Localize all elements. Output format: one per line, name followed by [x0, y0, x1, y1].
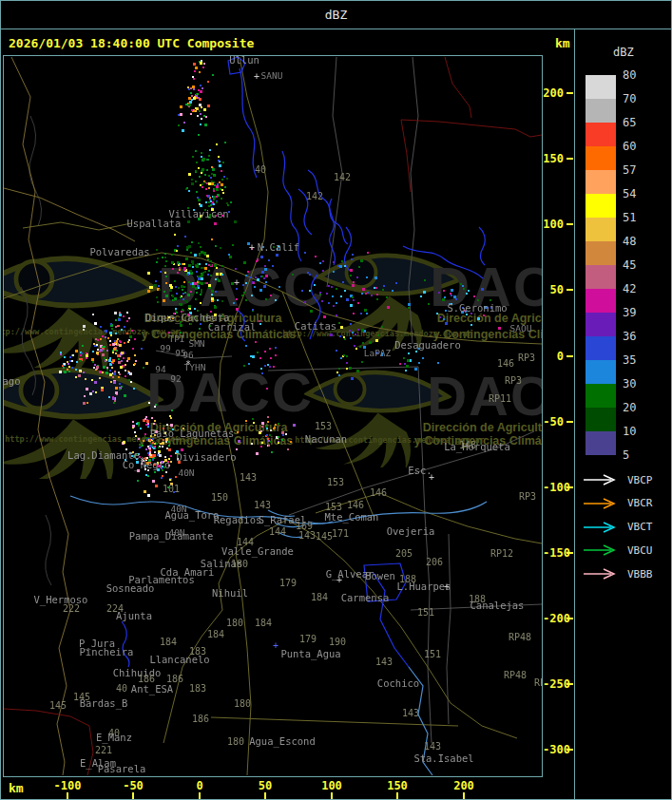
map-label: RP48	[504, 670, 527, 680]
map-label: 99	[160, 343, 170, 353]
x-axis-label: 200	[443, 779, 485, 792]
map-label: Paso_Lagunetas	[150, 428, 235, 439]
map-label: 206	[426, 557, 443, 567]
y-axis-tick	[566, 355, 573, 357]
legend-arrow-row: VBCT	[583, 521, 653, 534]
map-marker: +	[273, 640, 278, 651]
vector-arrow-label: VBBB	[627, 568, 653, 581]
legend-arrow-row: VBBB	[583, 567, 653, 581]
map-label: 143	[240, 472, 257, 483]
y-axis-tick	[566, 749, 573, 751]
map-label: Sosneado	[106, 582, 155, 594]
map-marker: +	[444, 581, 450, 592]
map-label: 146	[370, 487, 387, 498]
scale-block	[586, 123, 616, 146]
x-axis-tick	[199, 792, 201, 799]
map-label: Ant_ESA	[131, 683, 173, 695]
scale-block	[586, 336, 616, 360]
y-axis-tick	[566, 289, 573, 291]
scale-label: 42	[623, 282, 636, 295]
scale-block	[586, 75, 616, 99]
scale-label: 20	[623, 401, 636, 414]
map-label: 144	[269, 526, 286, 537]
map-label: 143	[424, 741, 441, 752]
map-label: Pasarela	[98, 763, 146, 774]
map-label: La_Horqueta	[444, 441, 510, 452]
map-label: 153	[325, 502, 342, 512]
vector-arrow-label: VBCU	[627, 544, 653, 557]
map-label: Ajunta	[116, 610, 152, 621]
map-label: 151	[424, 649, 441, 659]
map-label: RP12	[490, 548, 513, 559]
map-label: 143	[375, 657, 393, 667]
scale-block	[586, 218, 616, 241]
map-label: Nacunan	[305, 433, 347, 445]
map-label: 142	[334, 172, 351, 182]
map-label: Catitas	[295, 320, 336, 332]
scale-label: 35	[623, 353, 636, 367]
x-axis-label: 150	[376, 779, 418, 792]
map-label: 184	[207, 629, 224, 639]
map-label: 153	[327, 477, 344, 487]
map-label: RP3	[505, 375, 522, 386]
scale-block	[586, 241, 616, 265]
map-marker: +	[429, 472, 434, 483]
map-label: Ovejeria	[387, 525, 435, 537]
scale-label: 80	[623, 68, 636, 82]
map-label: Valle_Grande	[221, 545, 294, 557]
map-label: Ullun	[229, 55, 259, 66]
map-label: 184	[311, 592, 328, 602]
scale-block	[586, 146, 616, 170]
map-label: 146	[497, 358, 514, 369]
map-label: 143	[254, 500, 271, 510]
map-label: RP3	[519, 491, 536, 502]
map-label: Canalejas	[470, 600, 525, 611]
map-label: 94	[155, 364, 165, 374]
map-label: L.Huarpes	[397, 581, 451, 592]
x-axis-label: 100	[311, 779, 353, 792]
map-label: Polvaredas	[89, 246, 149, 257]
scale-label: 30	[623, 377, 636, 390]
y-axis-label: 150	[543, 152, 564, 165]
map-label: TPI	[168, 333, 184, 344]
map-label: LaPAZ	[364, 348, 392, 358]
map-label: 150	[211, 492, 228, 503]
map-label: 101	[163, 484, 180, 494]
scale-label: 57	[623, 163, 636, 177]
map-label: Agua_Escond	[249, 735, 316, 747]
y-axis-tick	[566, 486, 573, 488]
map-label: 146	[347, 500, 364, 510]
y-axis-label: -150	[543, 546, 564, 560]
y-axis-tick	[566, 618, 573, 619]
radar-app-window: dBZ 2026/01/03 18:40:00 UTC Composite km…	[0, 0, 672, 800]
vector-arrow-label: VBCR	[627, 497, 653, 509]
legend-arrow-row: VBCU	[583, 543, 653, 557]
scale-label: 10	[623, 425, 636, 438]
map-marker: +	[234, 277, 240, 288]
legend-panel: dBZ 807065605754514845423936353020105 VB…	[575, 29, 671, 799]
scale-block	[586, 265, 616, 289]
map-label: 142	[306, 191, 323, 201]
map-label: Punta_Agua	[280, 648, 340, 659]
x-axis-tick	[396, 792, 398, 799]
x-axis-tick	[463, 792, 465, 799]
legend-arrow-row: VBCR	[583, 497, 653, 510]
scale-label: 60	[623, 140, 636, 153]
map-label: S.Geronimo	[447, 302, 507, 314]
map-marker: +	[254, 71, 259, 82]
map-label: 186	[192, 714, 209, 724]
map-label: Uspallata	[127, 218, 182, 229]
map-label: 92	[170, 373, 181, 384]
map-label: 171	[332, 528, 349, 539]
map-marker: +	[336, 575, 342, 585]
map-label: 180	[226, 618, 243, 628]
x-axis-unit: km	[9, 781, 24, 795]
map-label: Regadios	[214, 514, 262, 525]
map-label: Divisadero	[176, 451, 236, 463]
scale-label: 45	[623, 258, 636, 272]
info-bar: 2026/01/03 18:40:00 UTC Composite km	[1, 29, 574, 55]
x-axis-label: 50	[244, 779, 286, 792]
scale-block	[586, 384, 616, 408]
y-axis-tick	[566, 683, 573, 685]
map-label: 40	[255, 164, 266, 175]
